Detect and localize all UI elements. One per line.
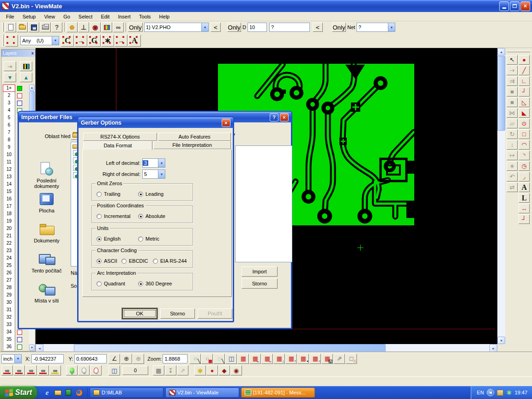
draw-tool-button[interactable]: ╱: [519, 66, 530, 75]
canvas-vertical-scrollbar[interactable]: ▲ ▼: [497, 48, 505, 344]
measure-button[interactable]: ⊕: [121, 354, 132, 364]
scroll-left-icon[interactable]: ◄: [36, 344, 43, 352]
inspect-glasses-button[interactable]: ∞: [1, 365, 13, 375]
toolbar-button[interactable]: [101, 22, 112, 32]
toolbar-button[interactable]: ⊥: [78, 22, 89, 32]
layer-number[interactable]: 15: [3, 188, 15, 195]
close-icon[interactable]: ×: [222, 119, 230, 127]
menu-item[interactable]: Edit: [97, 13, 114, 20]
tab-data-format[interactable]: Data Format: [83, 141, 152, 150]
layer-number[interactable]: 7: [3, 129, 15, 136]
language-indicator[interactable]: EN: [477, 390, 484, 395]
layer-row[interactable]: 34: [3, 328, 30, 336]
only-layer-button[interactable]: Only: [128, 23, 143, 32]
scroll-up-icon[interactable]: ▲: [497, 48, 505, 55]
view-nav-button[interactable]: ▦: [237, 354, 249, 364]
layer-number[interactable]: 34: [3, 328, 15, 336]
chevron-down-icon[interactable]: ▼: [14, 355, 21, 363]
toolbar-button[interactable]: ◉: [90, 22, 101, 32]
file-list[interactable]: [235, 145, 292, 262]
inspect-glasses-button[interactable]: ∞: [25, 365, 37, 375]
layer-number[interactable]: 18: [3, 210, 15, 218]
toolbar-button[interactable]: ?: [51, 22, 62, 32]
layer-number[interactable]: 16: [3, 195, 15, 203]
menu-item[interactable]: File: [2, 13, 18, 20]
scroll-up-icon[interactable]: ▲: [29, 85, 35, 91]
draw-tool-button[interactable]: ◷: [519, 161, 530, 171]
edit-tool-button[interactable]: ⋈: [507, 108, 518, 118]
layer-number[interactable]: 35: [3, 336, 15, 343]
layer-row[interactable]: 3: [3, 99, 30, 107]
select-tool-button[interactable]: G: [88, 35, 101, 47]
layer-number[interactable]: 1+: [3, 85, 15, 92]
layer-number[interactable]: 36: [3, 343, 15, 351]
edit-tool-button[interactable]: ⇄: [507, 182, 518, 192]
hide-icons-icon[interactable]: ◄: [487, 389, 494, 396]
menu-item[interactable]: Tools: [135, 13, 155, 20]
toolbar-button[interactable]: [17, 22, 28, 32]
menu-item[interactable]: Setup: [18, 13, 40, 20]
places-bar-item[interactable]: Plocha: [24, 192, 69, 213]
radio-eia-rs244[interactable]: [153, 259, 158, 264]
layer-number[interactable]: 10: [3, 151, 15, 158]
layer-number[interactable]: 12: [3, 166, 15, 173]
layer-row[interactable]: 2: [3, 92, 30, 99]
draw-tool-button[interactable]: ↔: [519, 204, 530, 213]
select-tool-button[interactable]: A: [128, 35, 141, 47]
draw-tool-button[interactable]: ⊙: [519, 119, 530, 128]
radio-quadrant[interactable]: [97, 281, 102, 286]
layer-number[interactable]: 6: [3, 121, 15, 129]
selection-marker-button[interactable]: [5, 35, 18, 47]
scrollbar-thumb[interactable]: [74, 344, 386, 352]
layer-combo[interactable]: 1) V2.PHO▼: [144, 23, 209, 32]
scroll-right-icon[interactable]: ►: [490, 344, 497, 352]
storno-button[interactable]: Storno: [160, 308, 195, 319]
inspect-glasses-button[interactable]: ∞: [13, 365, 25, 375]
view-nav-button[interactable]: □ ∴: [345, 354, 357, 364]
only-net-button[interactable]: Only: [332, 23, 346, 32]
layer-number[interactable]: 11: [3, 158, 15, 166]
edit-tool-button[interactable]: ∗: [507, 161, 518, 171]
view-nav-button[interactable]: ⇗: [333, 354, 345, 364]
storno-button[interactable]: Storno: [242, 278, 278, 289]
layer-number[interactable]: 26: [3, 269, 15, 277]
layer-number[interactable]: 4: [3, 107, 15, 114]
layer-number[interactable]: 21: [3, 232, 15, 240]
layer-number[interactable]: 28: [3, 284, 15, 291]
notes-tray-icon[interactable]: [497, 390, 503, 396]
toolbar-button[interactable]: [40, 22, 51, 32]
radio-ebcdic[interactable]: [121, 259, 127, 264]
layer-down-button[interactable]: ▼: [4, 73, 16, 82]
layer-number[interactable]: 25: [3, 262, 15, 269]
taskbar-task-button[interactable]: [191-482-091] - Mess...: [241, 387, 315, 398]
places-bar-item[interactable]: Poslední dokumenty: [24, 162, 69, 189]
layer-row[interactable]: 35: [3, 336, 30, 343]
edit-tool-button[interactable]: ↦: [507, 151, 518, 160]
edit-tool-button[interactable]: ⇢: [507, 66, 518, 75]
layer-color-swatch[interactable]: [17, 86, 22, 91]
draw-tool-button[interactable]: ◺: [519, 97, 530, 107]
only-dcode-button[interactable]: Only: [227, 23, 241, 32]
layer-table-button[interactable]: [20, 61, 32, 71]
layer-color-swatch[interactable]: [17, 330, 22, 335]
scroll-down-icon[interactable]: ▼: [29, 345, 35, 351]
layer-color-swatch[interactable]: [17, 345, 22, 350]
pad-shape-button[interactable]: ◉: [230, 365, 242, 375]
apply-button[interactable]: Použít: [198, 308, 232, 319]
layer-number[interactable]: 8: [3, 136, 15, 144]
select-tool-button[interactable]: ∗: [101, 35, 114, 47]
import-button[interactable]: Import: [242, 266, 278, 277]
layer-number[interactable]: 13: [3, 173, 15, 181]
layer-number[interactable]: 17: [3, 203, 15, 210]
x-coordinate-field[interactable]: -0.942237: [31, 354, 64, 363]
toolbar-grip[interactable]: [2, 23, 4, 32]
edit-tool-button[interactable]: ↕: [507, 140, 518, 150]
layer-number[interactable]: 5: [3, 114, 15, 121]
y-coordinate-field[interactable]: 0.690643: [74, 354, 107, 363]
right-of-decimal-combo[interactable]: 5▼: [142, 169, 165, 179]
highlight-off-button[interactable]: [78, 365, 90, 375]
radio-360-degree[interactable]: [138, 281, 143, 286]
canvas-horizontal-scrollbar[interactable]: ◄ ►: [36, 344, 497, 352]
layer-number[interactable]: 30: [3, 299, 15, 306]
layer-color-swatch[interactable]: [17, 101, 22, 106]
